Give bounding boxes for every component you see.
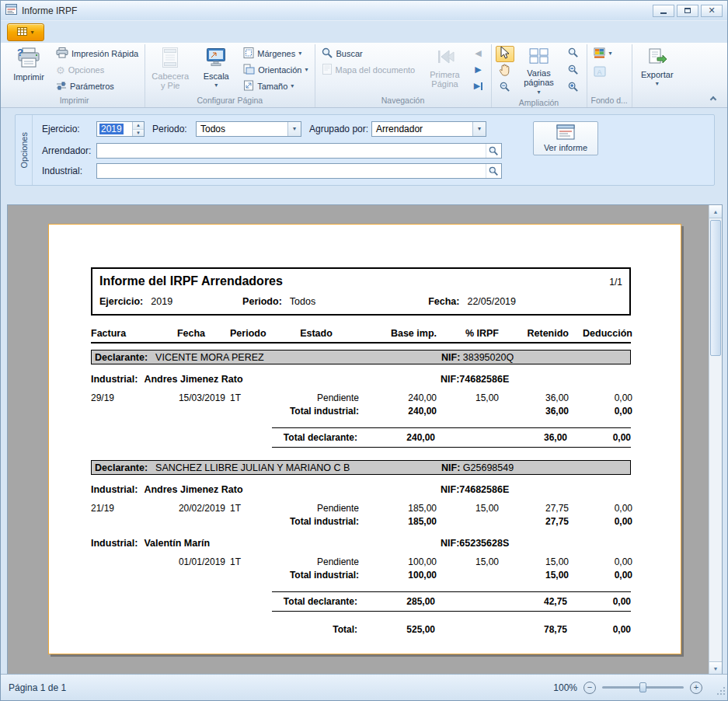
titlebar: Informe IRPF ✕ [1,1,727,21]
ribbon-group-imprimir: ? Imprimir Impresión Rápida ⚙ Opciones [4,44,145,107]
varias-paginas-button[interactable]: Varias páginas ▾ [518,46,560,97]
tamano-button[interactable]: Tamaño ▾ [241,78,310,94]
vertical-scrollbar[interactable]: ▲ ▼ [709,205,722,675]
chevron-down-icon: ▾ [298,51,301,57]
restore-button[interactable] [677,5,698,17]
chevron-down-icon: ▾ [656,81,659,87]
escala-button[interactable]: Escala ▾ [195,46,237,90]
ribbon-collapse-button[interactable] [705,92,721,104]
total-industrial-row: Total industrial: 100,00 15,00 0,00 [91,570,631,581]
arrendador-input[interactable] [97,144,486,158]
industrial-header: Industrial: Andres Jimenez Rato NIF:7468… [91,374,631,385]
agrupado-value: Arrendador [372,122,472,136]
industrial-label: Industrial: [42,166,93,176]
declarante-band: Declarante: VICENTE MORA PEREZ NIF: 3839… [91,350,631,364]
orientacion-button[interactable]: Orientación ▾ [241,62,310,78]
pointer-tool-button[interactable] [496,46,514,62]
plus-icon: + [694,683,698,692]
menu-strip: ▾ [1,21,727,43]
page-size-icon [243,80,254,92]
application-menu-button[interactable]: ▾ [7,23,44,41]
industrial-field [96,163,502,179]
parametros-button[interactable]: Parámetros [54,78,141,94]
margenes-button[interactable]: Márgenes ▾ [241,46,310,61]
color-fondo-button[interactable]: ▾ [591,46,615,61]
industrial-input[interactable] [97,164,486,178]
preview-area: Informe del IRPF Arrendadores 1/1 Ejerci… [7,204,723,675]
ribbon-group-configurar-pagina: Cabecera y Pie Escala ▾ Márgenes [145,44,315,107]
restore-icon [684,8,691,13]
exportar-button[interactable]: Exportar ▾ [636,46,678,89]
buscar-button[interactable]: Buscar [319,46,420,61]
zoom-in-button[interactable] [564,80,583,96]
industrial-search-button[interactable] [486,164,501,178]
ribbon-group-ampliacion: Varias páginas ▾ [492,44,587,107]
periodo-label: Periodo: [152,124,193,134]
report-icon [556,124,575,141]
chevron-down-icon: ▾ [305,67,308,73]
header-footer-icon [161,47,179,70]
chevron-down-icon: ▾ [30,30,33,36]
arrendador-label: Arrendador: [42,145,93,156]
report-page-indicator: 1/1 [609,277,622,288]
minus-icon: − [587,683,592,692]
magnifier-icon [500,82,510,95]
zoom-out-button[interactable]: − [583,682,596,694]
quick-print-icon [56,47,68,60]
zoom-out-button[interactable] [564,63,583,79]
close-button[interactable]: ✕ [701,5,723,17]
margins-icon [243,47,254,60]
zoom-in-button[interactable]: + [690,682,702,694]
arrendador-search-button[interactable] [486,144,501,158]
ribbon-group-fondo: ▾ A Fondo d... [587,44,632,107]
minimize-button[interactable] [653,5,674,17]
document-map-icon [322,64,333,76]
grand-total-row: Total: 525,00 78,75 0,00 [91,621,631,638]
total-industrial-row: Total industrial: 240,00 36,00 0,00 [91,406,631,417]
imprimir-button[interactable]: ? Imprimir [8,46,50,83]
window-icon [5,4,17,17]
next-page-button[interactable]: ▶ [470,62,487,77]
last-page-button[interactable]: ▶ [470,78,487,93]
industrial-header: Industrial: Andres Jimenez Rato NIF:7468… [91,484,631,495]
magnifier-tool-button[interactable] [496,80,514,96]
hand-icon [499,64,510,78]
resize-grip[interactable] [716,686,726,698]
hand-tool-button[interactable] [496,63,514,79]
agrupado-dropdown[interactable]: Arrendador ▾ [371,121,486,137]
zoom-slider[interactable] [602,686,684,689]
industrial-header: Industrial: Valentín Marín NIF:65235628S [91,538,631,549]
chevron-down-icon: ▾ [609,51,612,57]
report-meta: Ejercicio:2019 Periodo:Todos Fecha:22/05… [99,296,622,307]
report-header-box: Informe del IRPF Arrendadores 1/1 Ejerci… [91,267,631,316]
scroll-down-button[interactable]: ▼ [709,661,722,675]
scroll-up-button[interactable]: ▲ [709,205,722,218]
total-declarante-row: Total declarante: 285,00 42,75 0,00 [91,591,631,612]
periodo-dropdown[interactable]: Todos ▾ [196,121,301,137]
ver-informe-button[interactable]: Ver informe [533,121,598,155]
export-icon [647,47,667,68]
chevron-down-icon: ▾ [293,126,296,132]
spinner-up-icon[interactable]: ▲ [133,122,144,130]
minimize-icon [660,12,667,14]
scrollbar-thumb[interactable] [710,220,721,356]
impresion-rapida-button[interactable]: Impresión Rápida [54,46,141,61]
arrow-right-icon: ▶ [475,65,481,75]
search-icon [322,47,333,61]
report-title: Informe del IRPF Arrendadores [99,274,283,288]
cabecera-y-pie-button: Cabecera y Pie [149,46,191,92]
zoom-button[interactable] [564,46,583,62]
zoom-slider-thumb[interactable] [639,682,646,692]
ejercicio-value: 2019 [99,124,124,134]
options-tab[interactable]: Opciones [16,115,33,185]
spinner-down-icon[interactable]: ▼ [133,130,144,137]
group-label-ampliacion: Ampliación [496,97,583,107]
arrow-up-icon: ▲ [713,209,719,214]
informe-irpf-window: Informe IRPF ✕ ▾ ? Imprimir [0,0,728,701]
ejercicio-spinner[interactable]: 2019 ▲ ▼ [96,121,145,137]
zoom-icon [568,47,579,61]
marca-agua-button[interactable]: A [591,65,615,80]
total-industrial-row: Total industrial: 185,00 27,75 0,00 [91,516,631,527]
zoom-out-icon [568,65,579,78]
primera-pagina-button: Primera Página [424,46,466,91]
